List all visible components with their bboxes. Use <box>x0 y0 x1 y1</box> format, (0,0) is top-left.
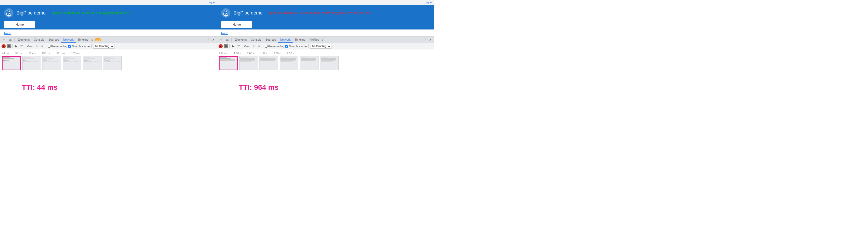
left-frame-2-line-2 <box>23 58 34 59</box>
right-f6-l2 <box>321 61 335 61</box>
left-frame-5[interactable]: Welcome! Click this link. Then content l… <box>83 56 101 70</box>
left-disable-cache-label[interactable]: Disable cache <box>68 45 90 48</box>
right-frame-6[interactable] <box>320 56 339 70</box>
left-more-actions[interactable]: ⋮ <box>206 37 211 42</box>
left-frame-4-text-2: Click this link. Then content loads <box>63 61 81 62</box>
right-nav-bar: Home <box>217 21 434 30</box>
left-tab-sources[interactable]: Sources <box>46 36 61 43</box>
right-toolbar-sep-1 <box>229 44 230 48</box>
right-frame-1-block <box>220 59 235 61</box>
right-frame-1[interactable] <box>219 56 238 70</box>
right-record-button[interactable]: ● <box>219 44 223 48</box>
right-tick-2: 1.06 s <box>234 52 241 55</box>
left-site-title: BigPipe demo <box>17 10 45 16</box>
left-frame-2-line-1 <box>23 57 30 58</box>
right-tab-timeline[interactable]: Timeline <box>292 36 307 43</box>
right-frame-2[interactable] <box>239 56 258 70</box>
left-site-header: BigPipe demo BigPipe is currently ON. To… <box>0 5 217 21</box>
right-tti-label: TTI: 964 ms <box>239 83 279 92</box>
left-flame-view-btn[interactable]: ≋ <box>40 44 44 48</box>
right-video-button[interactable]: ▶ <box>231 44 236 48</box>
left-tick-5: 121 ms <box>57 52 65 55</box>
left-node-link[interactable]: Node <box>4 32 11 35</box>
left-stop-button[interactable]: ⊘ <box>7 44 11 48</box>
left-frame-3[interactable]: Welcome! Click this link. Then content l… <box>42 56 61 70</box>
left-filter-button[interactable]: ▽ <box>20 44 24 48</box>
right-f5-l1 <box>301 57 307 58</box>
left-frame-1[interactable]: Welcome! Click this link. Then content l… <box>2 56 21 70</box>
left-tick-4: 103 ms <box>42 52 51 55</box>
right-tab-console[interactable]: Console <box>249 36 264 43</box>
right-stop-button[interactable]: ⊘ <box>224 44 228 48</box>
right-frame-5[interactable] <box>300 56 318 70</box>
left-frame-5-text-1: Welcome! <box>84 59 101 61</box>
svg-point-7 <box>8 13 8 14</box>
right-preserve-log-checkbox[interactable] <box>265 45 268 47</box>
left-video-button[interactable]: ▶ <box>14 44 19 48</box>
left-devtools-tab-bar: ⌖ ▭ Elements Console Sources Network Tim… <box>0 36 217 43</box>
left-frame-4[interactable]: Welcome! Click this link. Then content l… <box>63 56 81 70</box>
right-preserve-log-label[interactable]: Preserve log <box>265 45 284 48</box>
right-close-devtools[interactable]: ✕ <box>428 37 433 42</box>
right-frame-3[interactable] <box>259 56 278 70</box>
left-frame-6[interactable]: Welcome! Click this link. Then content l… <box>103 56 122 70</box>
right-f3-l2 <box>260 61 275 61</box>
left-disable-cache-checkbox[interactable] <box>68 45 71 47</box>
left-tick-3: 87 ms <box>29 52 35 55</box>
right-tab-sources[interactable]: Sources <box>264 36 278 43</box>
left-devtools-toolbar: ● ⊘ ▶ ▽ View: ≡ ≋ Preserve log Disable c… <box>0 43 217 49</box>
right-flame-view-btn[interactable]: ≋ <box>257 44 261 48</box>
left-frame-3-text-2: Click this link. Then content loads <box>43 61 60 62</box>
right-throttle-select[interactable]: No throttling <box>310 44 332 48</box>
left-home-button[interactable]: Home <box>4 21 35 28</box>
right-frame-thumb-6 <box>320 56 339 70</box>
left-tab-network[interactable]: Network <box>61 36 75 43</box>
left-tab-timeline[interactable]: Timeline <box>75 36 90 43</box>
right-home-button[interactable]: Home <box>221 21 252 28</box>
left-frame-3-line-2 <box>43 58 54 59</box>
right-filmstrip-area: 964 ms 1.06 s 1.08 s 1.92 s 2.55 s 2.57 … <box>217 49 434 120</box>
right-disable-cache-label[interactable]: Disable cache <box>285 45 307 48</box>
left-close-devtools[interactable]: ✕ <box>211 37 216 42</box>
left-preserve-log-checkbox[interactable] <box>48 45 51 47</box>
left-tick-2: 58 ms <box>15 52 22 55</box>
right-tab-network[interactable]: Network <box>278 36 292 43</box>
left-panel: Log in BigPipe demo BigPipe is currently… <box>0 0 217 120</box>
svg-point-8 <box>9 13 10 14</box>
right-f2-l1 <box>240 57 247 58</box>
left-frame-thumb-1: Welcome! Click this link. Then content l… <box>2 56 21 70</box>
right-list-view-btn[interactable]: ≡ <box>252 44 256 48</box>
left-throttle-select[interactable]: No throttling <box>93 44 115 48</box>
right-inspect-icon[interactable]: ⌖ <box>218 37 224 43</box>
right-f6-l1 <box>321 57 328 58</box>
right-tick-6: 2.57 s <box>287 52 294 55</box>
left-frame-6-line-1 <box>104 57 111 58</box>
left-tab-console[interactable]: Console <box>32 36 46 43</box>
right-node-link[interactable]: Node <box>221 32 228 35</box>
left-frame-5-line-1 <box>84 57 90 58</box>
left-preserve-log-label[interactable]: Preserve log <box>48 45 67 48</box>
left-inspect-icon[interactable]: ⌖ <box>1 37 7 43</box>
right-login-link[interactable]: Log in <box>425 1 432 4</box>
right-tab-more[interactable]: » <box>321 38 325 42</box>
left-frame-thumb-6: Welcome! Click this link. Then content l… <box>103 56 122 70</box>
right-tab-elements[interactable]: Elements <box>233 36 249 43</box>
left-frame-line-2 <box>3 58 14 59</box>
right-disable-cache-checkbox[interactable] <box>285 45 288 47</box>
right-tick-5: 2.55 s <box>274 52 281 55</box>
left-tab-elements[interactable]: Elements <box>16 36 32 43</box>
left-record-button[interactable]: ● <box>2 44 6 48</box>
right-browser-top-bar: Log in <box>217 0 434 5</box>
left-frame-4-line-1 <box>63 57 70 58</box>
left-tab-more[interactable]: » <box>90 38 94 42</box>
left-list-view-btn[interactable]: ≡ <box>35 44 39 48</box>
left-frame-text-1: Welcome! <box>3 59 20 61</box>
left-mobile-icon[interactable]: ▭ <box>7 37 13 43</box>
right-filter-button[interactable]: ▽ <box>237 44 241 48</box>
right-tab-profiles[interactable]: Profiles <box>307 36 321 43</box>
right-frame-4[interactable] <box>280 56 298 70</box>
right-mobile-icon[interactable]: ▭ <box>224 37 230 43</box>
left-login-link[interactable]: Log in <box>208 1 215 4</box>
right-more-actions[interactable]: ⋮ <box>423 37 428 42</box>
left-frame-2[interactable]: Welc Click this link. Then content loads <box>22 56 41 70</box>
